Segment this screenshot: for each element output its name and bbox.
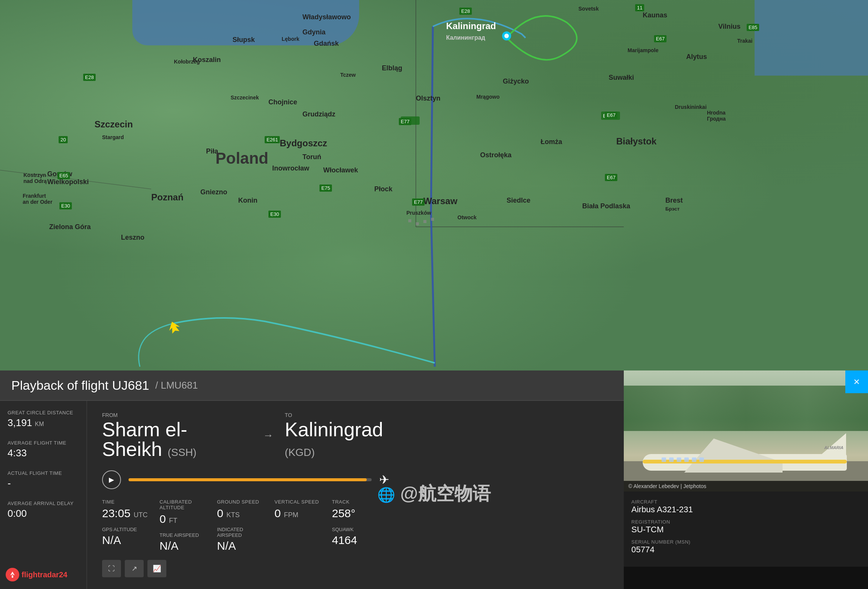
stat-avg-delay-label: AVERAGE ARRIVAL DELAY (8, 501, 79, 506)
aircraft-msn-label: SERIAL NUMBER (MSN) (631, 539, 860, 545)
fullscreen-button[interactable]: ⛶ (102, 560, 121, 577)
indicated-airspeed-value: N/A (217, 539, 267, 552)
action-buttons: ⛶ ↗ 📈 (102, 560, 389, 577)
map-background (0, 0, 868, 370)
speed-col: GROUND SPEED 0 KTS INDICATED AIRSPEED N/… (217, 499, 274, 552)
playback-area: ▶ ✈ (102, 470, 389, 489)
time-col: TIME 23:05 UTC GPS ALTITUDE N/A (102, 499, 160, 552)
vertical-speed-value: 0 FPM (274, 507, 324, 520)
logo-icon (6, 568, 19, 581)
from-label: FROM (102, 412, 242, 418)
true-airspeed-value: N/A (160, 539, 209, 552)
play-button[interactable]: ▶ (102, 470, 121, 489)
gps-alt-value: N/A (102, 534, 152, 547)
true-airspeed-label: TRUE AIRSPEED (160, 532, 209, 538)
gps-alt-label: GPS ALTITUDE (102, 527, 152, 532)
aircraft-details: AIRCRAFT Airbus A321-231 REGISTRATION SU… (624, 491, 868, 567)
aircraft-reg-item: REGISTRATION SU-TCM (631, 519, 860, 535)
progress-fill (129, 478, 367, 481)
squawk-label: SQUAWK (332, 527, 382, 532)
stats-panel: GREAT CIRCLE DISTANCE 3,191 KM AVERAGE F… (0, 401, 87, 589)
route-row: FROM Sharm el-Sheikh (SSH) → TO Kalining… (102, 412, 389, 459)
vertical-speed-label: VERTICAL SPEED (274, 499, 324, 505)
progress-bar[interactable] (129, 478, 372, 481)
track-col: TRACK 258° SQUAWK 4164 (332, 499, 389, 552)
logo-area: flightradar24 (6, 568, 67, 581)
airline-logo: ALMARIA (824, 445, 843, 450)
flight-title: Playback of flight UJ681 (11, 378, 149, 393)
from-city: Sharm el-Sheikh (SSH) (102, 420, 242, 459)
stat-great-circle-value: 3,191 KM (8, 417, 79, 429)
alt-label: CALIBRATED ALTITUDE (160, 499, 209, 510)
stat-avg-flight-value: 4:33 (8, 447, 79, 459)
sea-water-right (755, 0, 868, 76)
route-to: TO Kaliningrad (KGD) (285, 412, 389, 459)
stat-actual-flight-label: ACTUAL FLIGHT TIME (8, 470, 79, 476)
aircraft-photo: ALMARIA © Alexander Lebedev | Jetphotos (624, 370, 868, 491)
arrow-head: → (263, 429, 273, 442)
alt-value: 0 FT (160, 513, 209, 525)
stat-great-circle-label: GREAT CIRCLE DISTANCE (8, 410, 79, 415)
chart-button[interactable]: 📈 (147, 560, 166, 577)
stat-avg-delay: AVERAGE ARRIVAL DELAY 0:00 (8, 501, 79, 519)
alt-col: CALIBRATED ALTITUDE 0 FT TRUE AIRSPEED N… (160, 499, 217, 552)
stat-great-circle: GREAT CIRCLE DISTANCE 3,191 KM (8, 410, 79, 429)
aircraft-reg-label: REGISTRATION (631, 519, 860, 525)
route-from: FROM Sharm el-Sheikh (SSH) (102, 412, 242, 459)
to-city: Kaliningrad (KGD) (285, 420, 389, 459)
bottom-panel: Playback of flight UJ681 / LMU681 GREAT … (0, 370, 624, 589)
to-label: TO (285, 412, 389, 418)
photo-trees (624, 386, 868, 431)
map-area: E77 E67 Kaunas Vilnius Sovetsk (0, 0, 868, 370)
photo-credit: © Alexander Lebedev | Jetphotos (624, 481, 868, 491)
aircraft-type-label: AIRCRAFT (631, 499, 860, 505)
aircraft-type-item: AIRCRAFT Airbus A321-231 (631, 499, 860, 515)
sea-water-top (132, 0, 359, 45)
time-label: TIME (102, 499, 152, 505)
flight-info: FROM Sharm el-Sheikh (SSH) → TO Kalining… (87, 401, 405, 589)
aircraft-reg-value: SU-TCM (631, 525, 860, 535)
stat-actual-flight: ACTUAL FLIGHT TIME - (8, 470, 79, 489)
aircraft-msn-item: SERIAL NUMBER (MSN) 05774 (631, 539, 860, 555)
indicated-airspeed-label: INDICATED AIRSPEED (217, 527, 267, 538)
flight-header: Playback of flight UJ681 / LMU681 (0, 370, 624, 401)
aircraft-photo-panel: ALMARIA © Alexander Lebedev | Jetphotos … (624, 370, 868, 589)
share-button[interactable]: ↗ (125, 560, 144, 577)
close-button[interactable]: × (845, 370, 868, 393)
route-arrow: → (254, 429, 273, 442)
stat-actual-flight-value: - (8, 477, 79, 489)
stat-avg-flight: AVERAGE FLIGHT TIME 4:33 (8, 440, 79, 459)
ground-speed-label: GROUND SPEED (217, 499, 267, 505)
stat-avg-delay-value: 0:00 (8, 508, 79, 519)
logo-text: flightradar24 (22, 570, 67, 579)
track-value: 258° (332, 507, 382, 520)
plane-end-icon: ✈ (379, 473, 389, 487)
aircraft-type-value: Airbus A321-231 (631, 505, 860, 515)
svg-rect-15 (12, 575, 13, 578)
squawk-value: 4164 (332, 534, 382, 547)
stat-avg-flight-label: AVERAGE FLIGHT TIME (8, 440, 79, 446)
aircraft-msn-value: 05774 (631, 545, 860, 555)
time-value: 23:05 UTC (102, 507, 152, 520)
aircraft-windows (662, 457, 704, 462)
track-label: TRACK (332, 499, 382, 505)
ground-speed-value: 0 KTS (217, 507, 267, 520)
vspeed-col: VERTICAL SPEED 0 FPM (274, 499, 332, 552)
data-row: TIME 23:05 UTC GPS ALTITUDE N/A CALIBRAT… (102, 499, 389, 552)
flight-subtitle: / LMU681 (155, 380, 198, 391)
